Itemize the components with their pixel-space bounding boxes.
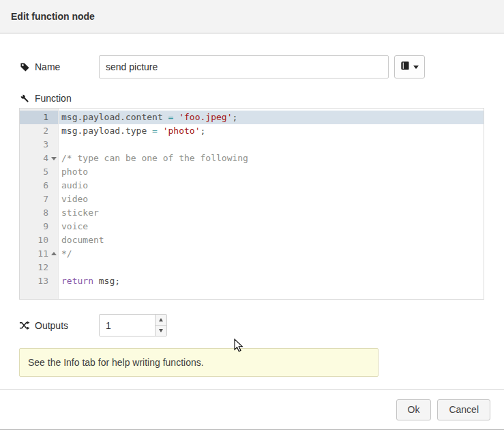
tag-icon: [19, 62, 30, 72]
gutter-line-number[interactable]: 7: [20, 192, 58, 206]
gutter-line-number[interactable]: 4: [20, 152, 58, 165]
book-icon: [400, 61, 410, 73]
code-line[interactable]: audio: [59, 179, 484, 192]
code-token: [163, 112, 168, 122]
gutter-line-number[interactable]: 9: [20, 220, 58, 233]
code-line[interactable]: */: [59, 247, 484, 261]
name-row: Name: [19, 55, 485, 78]
name-label-text: Name: [35, 61, 60, 72]
edit-function-dialog: Edit function node Name: [0, 0, 504, 430]
code-line[interactable]: msg.payload.type = 'photo';: [59, 124, 484, 138]
triangle-down-icon: [159, 329, 163, 332]
function-label: Function: [19, 93, 99, 104]
code-token: */: [61, 248, 72, 259]
code-token: [158, 126, 163, 136]
code-token: msg.payload.type: [61, 126, 147, 136]
code-token: msg;: [93, 276, 120, 286]
outputs-spinner: [99, 314, 167, 336]
code-token: 'photo': [163, 126, 201, 136]
gutter-line-number[interactable]: 5: [20, 165, 58, 179]
code-editor[interactable]: 12345678910111213 msg.payload.content = …: [19, 108, 484, 300]
spinner-buttons: [155, 315, 166, 336]
code-token: document: [61, 235, 104, 245]
code-token: =: [152, 126, 158, 136]
gutter-line-number[interactable]: 11: [20, 247, 58, 261]
info-tip: See the Info tab for help writing functi…: [19, 348, 379, 377]
outputs-label: Outputs: [19, 320, 99, 331]
code-line[interactable]: [59, 138, 484, 152]
code-line[interactable]: photo: [59, 165, 484, 179]
outputs-input[interactable]: [100, 315, 155, 336]
gutter-line-number[interactable]: 12: [20, 261, 58, 274]
wrench-icon: [19, 94, 30, 104]
code-line[interactable]: msg.payload.content = 'foo.jpeg';: [59, 111, 484, 124]
code-line[interactable]: sticker: [59, 206, 484, 220]
code-line[interactable]: video: [59, 192, 484, 206]
code-line[interactable]: voice: [59, 220, 484, 233]
gutter-line-number[interactable]: 10: [20, 233, 58, 247]
fold-toggle-icon[interactable]: [51, 157, 57, 160]
editor-code: msg.payload.content = 'foo.jpeg';msg.pay…: [59, 109, 484, 299]
gutter-line-number[interactable]: 13: [20, 274, 58, 288]
spinner-down-button[interactable]: [155, 325, 166, 336]
code-token: audio: [61, 180, 88, 190]
gutter-line-number[interactable]: 2: [20, 124, 58, 138]
code-line[interactable]: return msg;: [59, 274, 484, 288]
code-token: [147, 126, 152, 136]
code-token: return: [61, 276, 93, 286]
ok-button[interactable]: Ok: [396, 399, 432, 420]
spinner-up-button[interactable]: [155, 315, 166, 325]
code-line[interactable]: [59, 261, 484, 274]
code-line[interactable]: /* type can be one of the following: [59, 152, 484, 165]
code-token: sticker: [61, 207, 99, 218]
gutter-line-number[interactable]: 3: [20, 138, 58, 152]
code-token: 'foo.jpeg': [179, 112, 232, 122]
cancel-button[interactable]: Cancel: [437, 399, 490, 420]
dialog-title: Edit function node: [0, 0, 504, 33]
outputs-label-text: Outputs: [35, 320, 68, 331]
code-token: /* type can be one of the following: [61, 153, 248, 163]
gutter-line-number[interactable]: 6: [20, 179, 58, 192]
name-label: Name: [19, 61, 99, 72]
function-label-text: Function: [35, 93, 72, 104]
dialog-body: Name: [0, 33, 504, 389]
code-token: ;: [201, 126, 206, 136]
dialog-footer: Ok Cancel: [0, 389, 504, 429]
caret-down-icon: [413, 66, 419, 69]
editor-gutter: 12345678910111213: [20, 109, 59, 299]
name-input[interactable]: [99, 55, 389, 78]
fold-toggle-icon[interactable]: [51, 252, 57, 255]
gutter-line-number[interactable]: 1: [20, 111, 58, 124]
function-label-row: Function: [19, 92, 485, 104]
code-line[interactable]: document: [59, 233, 484, 247]
code-token: video: [61, 194, 88, 204]
code-token: photo: [61, 167, 88, 177]
triangle-up-icon: [159, 318, 163, 321]
outputs-row: Outputs: [19, 314, 485, 336]
library-button[interactable]: [394, 55, 425, 78]
gutter-line-number[interactable]: 8: [20, 206, 58, 220]
code-token: voice: [61, 221, 88, 231]
shuffle-icon: [19, 320, 30, 330]
code-token: ;: [232, 112, 237, 122]
code-token: msg.payload.content: [61, 112, 163, 122]
